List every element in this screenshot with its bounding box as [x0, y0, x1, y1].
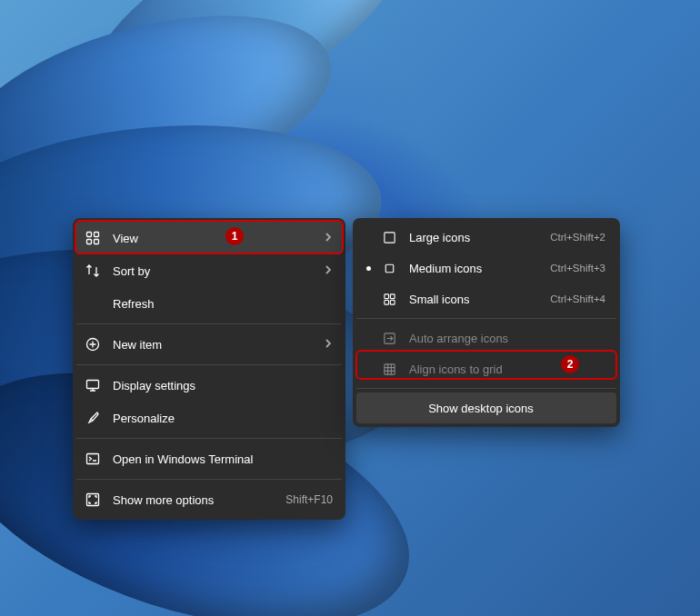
submenu-label: Show desktop icons: [428, 402, 534, 415]
menu-item-label: Refresh: [113, 297, 333, 311]
submenu-shortcut: Ctrl+Shift+2: [550, 232, 605, 243]
menu-separator: [76, 438, 342, 439]
medium-icons-icon: [382, 261, 396, 275]
svg-rect-8: [384, 232, 394, 242]
svg-rect-6: [87, 454, 99, 464]
menu-item-label: Sort by: [113, 264, 324, 278]
menu-separator: [356, 318, 616, 319]
display-icon: [85, 378, 100, 392]
brush-icon: [85, 411, 100, 425]
annotation-badge-2: 2: [561, 355, 579, 373]
submenu-label: Small icons: [409, 293, 550, 306]
submenu-label: Large icons: [409, 231, 550, 244]
menu-item-label: Show more options: [113, 493, 285, 507]
view-submenu: Large icons Ctrl+Shift+2 Medium icons Ct…: [353, 218, 620, 427]
svg-rect-5: [87, 381, 99, 389]
svg-rect-2: [87, 240, 92, 244]
chevron-right-icon: [324, 264, 333, 277]
svg-rect-1: [95, 233, 99, 237]
menu-separator: [76, 364, 342, 365]
menu-item-terminal[interactable]: Open in Windows Terminal: [76, 442, 342, 475]
plus-circle-icon: [85, 337, 100, 352]
menu-separator: [76, 479, 342, 480]
submenu-item-auto-arrange[interactable]: Auto arrange icons: [356, 323, 616, 353]
menu-item-display-settings[interactable]: Display settings: [76, 369, 342, 402]
menu-item-view[interactable]: View: [76, 222, 342, 254]
menu-item-personalize[interactable]: Personalize: [76, 402, 342, 434]
large-icons-icon: [382, 230, 396, 244]
menu-item-label: New item: [113, 338, 324, 352]
svg-rect-13: [390, 300, 395, 304]
submenu-label: Medium icons: [409, 262, 550, 275]
annotation-badge-1: 1: [225, 227, 244, 245]
menu-separator: [356, 388, 616, 389]
svg-rect-11: [390, 293, 395, 298]
menu-item-show-more[interactable]: Show more options Shift+F10: [76, 483, 342, 516]
submenu-shortcut: Ctrl+Shift+3: [550, 263, 605, 273]
menu-item-label: View: [113, 232, 324, 245]
radio-selected: [362, 266, 375, 271]
chevron-right-icon: [324, 232, 333, 244]
sort-icon: [85, 263, 100, 278]
align-grid-icon: [382, 362, 396, 376]
submenu-shortcut: Ctrl+Shift+4: [550, 293, 605, 304]
menu-item-sort-by[interactable]: Sort by: [76, 254, 342, 287]
menu-separator: [76, 323, 342, 324]
terminal-icon: [85, 452, 100, 466]
small-icons-icon: [382, 292, 396, 306]
submenu-label: Auto arrange icons: [409, 332, 605, 345]
menu-item-label: Personalize: [113, 412, 333, 425]
submenu-item-medium-icons[interactable]: Medium icons Ctrl+Shift+3: [356, 253, 616, 283]
menu-item-new[interactable]: New item: [76, 328, 342, 361]
auto-arrange-icon: [382, 331, 396, 345]
menu-item-label: Display settings: [113, 379, 333, 392]
svg-rect-0: [87, 233, 92, 237]
menu-shortcut: Shift+F10: [285, 493, 333, 506]
svg-rect-9: [385, 264, 393, 272]
submenu-item-show-desktop-icons[interactable]: Show desktop icons: [356, 392, 616, 423]
expand-icon: [85, 492, 100, 507]
menu-item-label: Open in Windows Terminal: [113, 452, 333, 466]
menu-item-refresh[interactable]: Refresh: [76, 287, 342, 320]
desktop-context-menu: View Sort by Refresh New item Display se…: [73, 218, 345, 520]
svg-rect-10: [384, 293, 388, 298]
blank-icon: [85, 296, 100, 311]
submenu-item-small-icons[interactable]: Small icons Ctrl+Shift+4: [356, 283, 616, 314]
svg-rect-12: [384, 300, 388, 304]
submenu-item-large-icons[interactable]: Large icons Ctrl+Shift+2: [356, 222, 616, 253]
svg-rect-3: [95, 240, 99, 244]
grid-icon: [85, 231, 100, 245]
svg-rect-15: [384, 363, 394, 373]
chevron-right-icon: [324, 338, 333, 351]
